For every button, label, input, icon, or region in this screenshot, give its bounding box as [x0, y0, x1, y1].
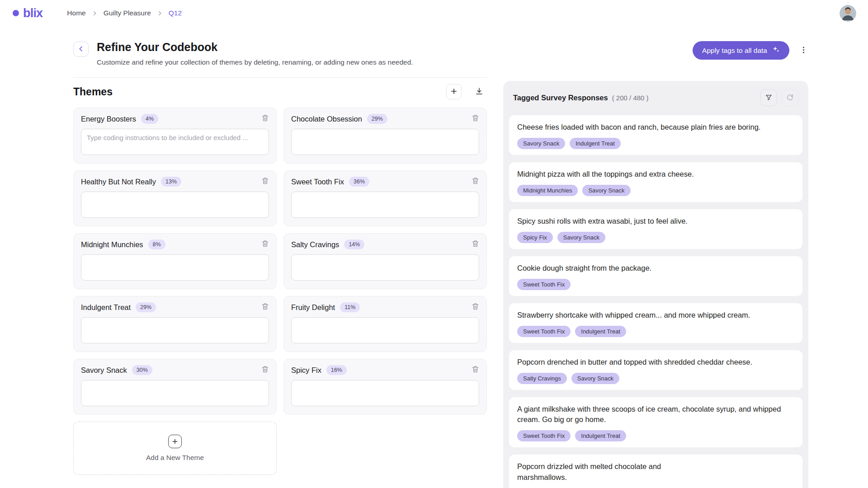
response-text: Popcorn drenched in butter and topped wi… — [517, 357, 794, 368]
theme-percentage-badge: 29% — [367, 114, 387, 124]
theme-instructions-input[interactable] — [291, 317, 479, 343]
trash-icon — [261, 114, 269, 123]
trash-icon — [472, 366, 479, 375]
trash-icon — [261, 177, 269, 186]
tag-pill: Indulgent Treat — [575, 430, 626, 441]
theme-card: Midnight Munchies 8% — [73, 233, 277, 289]
user-avatar[interactable] — [840, 5, 856, 22]
plus-icon — [168, 435, 182, 448]
tag-pill: Indulgent Treat — [570, 138, 621, 149]
logo-ring-icon — [13, 10, 19, 16]
response-text: Cheese fries loaded with bacon and ranch… — [517, 122, 794, 133]
trash-icon — [472, 177, 479, 186]
theme-card: Sweet Tooth Fix 36% — [283, 170, 487, 226]
delete-theme-button[interactable] — [261, 114, 269, 123]
brand-logo[interactable]: blix — [13, 6, 42, 20]
theme-name[interactable]: Healthy But Not Really — [81, 178, 156, 186]
download-icon — [475, 87, 483, 97]
chevron-left-icon — [77, 45, 85, 54]
breadcrumb-home[interactable]: Home — [67, 9, 85, 17]
delete-theme-button[interactable] — [261, 303, 269, 312]
tag-pill: Spicy Fix — [517, 232, 553, 243]
theme-instructions-input[interactable] — [81, 317, 269, 343]
top-bar: blix Home Guilty Pleasure Q12 — [0, 0, 868, 26]
page-header: Refine Your Codebook Customize and refin… — [73, 41, 487, 66]
tagged-responses-panel: Tagged Survey Responses ( 200 / 480 ) — [503, 81, 808, 488]
response-text: Cookie dough straight from the package. — [517, 263, 794, 274]
theme-name[interactable]: Sweet Tooth Fix — [291, 178, 344, 186]
theme-instructions-input[interactable] — [81, 192, 269, 218]
plus-icon — [450, 87, 458, 97]
delete-theme-button[interactable] — [261, 240, 269, 249]
theme-name[interactable]: Savory Snack — [81, 366, 127, 375]
response-card: Popcorn drenched in butter and topped wi… — [509, 350, 802, 390]
add-new-theme-card[interactable]: Add a New Theme — [73, 422, 277, 475]
response-text: Popcorn drizzled with melted chocolate a… — [517, 461, 794, 483]
delete-theme-button[interactable] — [472, 177, 479, 186]
theme-name[interactable]: Fruity Delight — [291, 303, 335, 312]
response-text: A giant milkshake with three scoops of i… — [517, 404, 794, 426]
response-card: Cookie dough straight from the package. … — [509, 256, 802, 296]
delete-theme-button[interactable] — [472, 303, 479, 312]
codebook-section: Refine Your Codebook Customize and refin… — [73, 26, 487, 488]
delete-theme-button[interactable] — [472, 114, 479, 123]
vertical-dots-icon — [799, 46, 808, 56]
theme-instructions-input[interactable] — [81, 254, 269, 281]
trash-icon — [261, 240, 269, 249]
breadcrumb: Home Guilty Pleasure Q12 — [67, 9, 182, 17]
download-themes-button[interactable] — [472, 84, 487, 99]
filter-responses-button[interactable] — [760, 89, 777, 106]
theme-instructions-input[interactable] — [291, 254, 479, 281]
delete-theme-button[interactable] — [472, 366, 479, 375]
page-title: Refine Your Codebook — [97, 41, 413, 54]
theme-card: Salty Cravings 14% — [283, 233, 487, 289]
response-card: Strawberry shortcake with whipped cream.… — [509, 303, 802, 343]
brand-name: blix — [23, 6, 42, 20]
theme-percentage-badge: 16% — [326, 365, 347, 375]
response-card: A giant milkshake with three scoops of i… — [509, 397, 802, 448]
sparkles-icon — [772, 46, 780, 55]
theme-name[interactable]: Spicy Fix — [291, 366, 321, 375]
back-button[interactable] — [73, 42, 89, 57]
theme-name[interactable]: Indulgent Treat — [81, 303, 131, 312]
theme-percentage-badge: 30% — [132, 365, 152, 375]
theme-name[interactable]: Salty Cravings — [291, 240, 339, 249]
page-subtitle: Customize and refine your collection of … — [97, 58, 413, 66]
delete-theme-button[interactable] — [261, 177, 269, 186]
page-actions: Apply tags to all data — [503, 41, 808, 60]
theme-instructions-input[interactable] — [291, 380, 479, 406]
breadcrumb-current-q12[interactable]: Q12 — [169, 9, 182, 17]
response-text: Midnight pizza with all the toppings and… — [517, 169, 794, 180]
add-theme-button[interactable] — [446, 84, 462, 99]
delete-theme-button[interactable] — [261, 366, 269, 375]
response-card: Popcorn drizzled with melted chocolate a… — [509, 455, 802, 488]
themes-header: Themes — [73, 84, 487, 99]
theme-instructions-input[interactable] — [291, 129, 479, 155]
response-tags: Sweet Tooth Fix Indulgent Treat — [517, 326, 794, 337]
delete-theme-button[interactable] — [472, 240, 479, 249]
theme-card: Fruity Delight 11% — [283, 296, 487, 352]
tag-pill: Salty Cravings — [517, 373, 567, 384]
theme-instructions-input[interactable] — [291, 192, 479, 218]
tag-pill: Savory Snack — [557, 232, 605, 243]
theme-instructions-input[interactable] — [81, 129, 269, 155]
breadcrumb-guilty-pleasure[interactable]: Guilty Pleasure — [104, 9, 151, 17]
refresh-icon — [786, 94, 794, 103]
refresh-responses-button[interactable] — [782, 89, 798, 106]
main-content: Refine Your Codebook Customize and refin… — [0, 26, 868, 488]
apply-tags-button[interactable]: Apply tags to all data — [693, 41, 789, 60]
theme-card: Indulgent Treat 29% — [73, 296, 277, 352]
trash-icon — [472, 114, 479, 123]
response-tags: Sweet Tooth Fix Indulgent Treat — [517, 430, 794, 441]
panel-title: Tagged Survey Responses — [513, 94, 608, 102]
tag-pill: Midnight Munchies — [517, 185, 578, 196]
more-options-button[interactable] — [798, 43, 808, 58]
add-new-theme-label: Add a New Theme — [146, 454, 204, 462]
theme-instructions-input[interactable] — [81, 380, 269, 406]
theme-name[interactable]: Energy Boosters — [81, 115, 136, 123]
theme-card: Savory Snack 30% — [73, 359, 277, 415]
apply-tags-label: Apply tags to all data — [702, 47, 767, 55]
theme-name[interactable]: Chocolate Obsession — [291, 115, 362, 123]
theme-percentage-badge: 4% — [141, 114, 158, 124]
theme-name[interactable]: Midnight Munchies — [81, 240, 143, 249]
